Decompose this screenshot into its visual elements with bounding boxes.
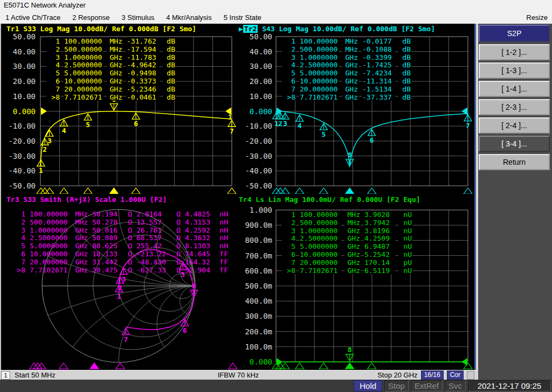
marker-cell: -31.762: [126, 37, 160, 45]
softkey-title-s2p[interactable]: S2P: [479, 25, 550, 42]
y-axis-tick-tr2: -10.00: [240, 122, 272, 130]
marker-cell: MHz: [107, 45, 123, 53]
marker-cell: -0.0461: [126, 93, 160, 101]
marker-cell: 50.089: [92, 234, 120, 242]
marker-cell: 164.32: [184, 258, 212, 266]
y-axis-tick-tr1: 30.00: [3, 62, 36, 71]
y-axis-tick-tr1: 50.00: [3, 32, 36, 41]
svg-text:6: 6: [134, 120, 138, 128]
y-axis-tick-tr4: 800.0m: [240, 236, 272, 244]
marker-cell: >8: [282, 93, 296, 101]
marker-cell: 2.5000000: [299, 234, 341, 242]
softkey-2-4[interactable]: [ 2-4 ]...: [479, 117, 550, 134]
hold-indicator: Hold: [354, 380, 382, 391]
marker-cell: nU: [398, 250, 412, 258]
panel-tr1[interactable]: 123456781Tr1 S33 Log Mag 10.00dB/ Ref 0.…: [0, 24, 237, 194]
marker-table-tr4: 1100.00000MHz3.9028nU2500.00000MHz3.7942…: [282, 211, 416, 274]
softkey-1-2[interactable]: [ 1-2 ]...: [479, 44, 550, 60]
marker-cell: GHz: [344, 250, 361, 258]
marker-cell: -37.337: [362, 93, 395, 101]
panel-tr4[interactable]: 8Tr4 Ls Lin Mag 100.0mU/ Ref 0.000U [F2 …: [237, 194, 477, 370]
y-axis-tick-tr4: 500.0m: [240, 282, 272, 290]
marker-cell: dB: [398, 93, 411, 101]
svg-text:5: 5: [321, 130, 326, 138]
marker-cell: dB: [398, 77, 411, 85]
marker-row: 720.000000GHz-5.2346dB: [46, 85, 179, 93]
marker-cell: dB: [163, 61, 176, 69]
marker-cell: 500.00000: [299, 45, 339, 53]
svg-text:8: 8: [192, 282, 196, 290]
softkey-1-3[interactable]: [ 1-3 ]...: [479, 62, 550, 79]
marker-cell: 7: [282, 258, 296, 267]
panel-tr3-smith[interactable]: 1235678Tr3 S33 Smith (R+jX) Scale 1.000U…: [0, 194, 237, 370]
menu-item-5[interactable]: 5 Instr State: [224, 13, 261, 22]
marker-cell: dB: [163, 93, 176, 101]
marker-cell: Ω: [171, 226, 181, 234]
marker-row: 1100.00000MHz-31.762dB: [46, 37, 179, 45]
marker-cell: GHz: [107, 69, 123, 77]
marker-cell: 50.194: [92, 210, 120, 218]
y-axis-tick-tr1: 10.00: [3, 92, 36, 101]
marker-cell: 7.7102671: [299, 93, 339, 101]
y-axis-tick-tr4: 700.0m: [240, 251, 272, 260]
svg-text:1: 1: [228, 113, 232, 121]
svg-text:3: 3: [122, 275, 126, 283]
marker-cell: dB: [163, 53, 176, 61]
marker-cell: 4: [282, 61, 296, 69]
softkey-3-4[interactable]: [ 3-4 ]...: [479, 136, 550, 152]
marker-row: 2500.00000MHz50.278Ω13.557Ω4.3153nH: [12, 218, 232, 226]
marker-cell: -7.4234: [362, 69, 395, 77]
y-axis-tick-tr1: -20.00: [3, 137, 36, 145]
marker-cell: 7.7102671: [299, 267, 341, 275]
marker-row: 720.000000GHz-1.5134dB: [282, 85, 415, 93]
svg-text:1: 1: [117, 292, 121, 300]
marker-cell: GHz: [342, 53, 358, 61]
y-axis-tick-tr2: 0.000: [240, 107, 272, 116]
softkey-1-4[interactable]: [ 1-4 ]...: [479, 81, 550, 97]
marker-row: 2500.00000MHz3.7942nU: [282, 219, 416, 227]
softkey-return[interactable]: Return: [479, 154, 550, 170]
marker-row: 55.0000000GHz80.625Ω255.42Ω8.1303nH: [12, 242, 232, 250]
svg-text:1: 1: [464, 108, 468, 116]
menu-items: 1 Active Ch/Trace2 Response3 Stimulus4 M…: [0, 13, 261, 22]
marker-cell: Ω: [123, 242, 133, 250]
resize-control[interactable]: Resize: [526, 13, 548, 22]
softkey-2-3[interactable]: [ 2-3 ]...: [479, 99, 550, 115]
menu-item-3[interactable]: 3 Stimulus: [122, 13, 155, 22]
menu-item-2[interactable]: 2 Response: [72, 13, 109, 22]
y-axis-tick-tr4: 300.0m: [240, 312, 272, 320]
marker-cell: 2.5000000: [64, 61, 104, 69]
marker-cell: GHz: [72, 250, 88, 258]
marker-cell: GHz: [342, 69, 358, 77]
marker-row: 42.5000000GHz-1.7425dB: [282, 61, 415, 69]
marker-cell: 5.2542: [364, 250, 395, 258]
menu-item-1[interactable]: 1 Active Ch/Trace: [5, 13, 60, 22]
marker-row: 610.000000GHz-0.3373dB: [46, 77, 179, 85]
y-axis-tick-tr2: 30.00: [240, 62, 272, 71]
marker-cell: 32.904: [184, 266, 212, 274]
y-axis-tick-tr2: 50.00: [240, 32, 272, 41]
marker-cell: >8: [12, 266, 26, 274]
marker-cell: 6: [282, 77, 296, 85]
marker-cell: dB: [163, 77, 176, 85]
marker-cell: 7: [12, 258, 26, 266]
marker-cell: 1: [12, 210, 26, 218]
screen-left-edge: [0, 24, 1, 370]
marker-cell: nH: [216, 226, 229, 234]
start-frequency-label: Start 50 MHz: [15, 371, 56, 379]
marker-cell: dB: [398, 45, 411, 53]
marker-cell: GHz: [72, 234, 88, 242]
softkey-separator: [476, 24, 478, 380]
marker-cell: 3.7942: [364, 219, 395, 227]
trace-header-tr4: Tr4 Ls Lin Mag 100.0mU/ Ref 0.000U [F2 E…: [239, 195, 420, 204]
marker-cell: MHz: [344, 219, 361, 227]
marker-cell: 3: [282, 227, 296, 235]
marker-cell: Ω: [123, 250, 133, 258]
trace-header-tr1: Tr1 S33 Log Mag 10.00dB/ Ref 0.000dB [F2…: [6, 25, 196, 33]
panel-tr2[interactable]: 123456781▶Tr2 S43 Log Mag 10.00dB/ Ref 0…: [237, 24, 477, 194]
svg-text:4: 4: [298, 122, 302, 130]
marker-row: 31.0000000GHz-11.783dB: [46, 53, 179, 61]
menu-item-4[interactable]: 4 Mkr/Analysis: [166, 13, 212, 22]
marker-cell: 100.00000: [29, 210, 69, 218]
marker-cell: 4.3153: [184, 218, 212, 226]
